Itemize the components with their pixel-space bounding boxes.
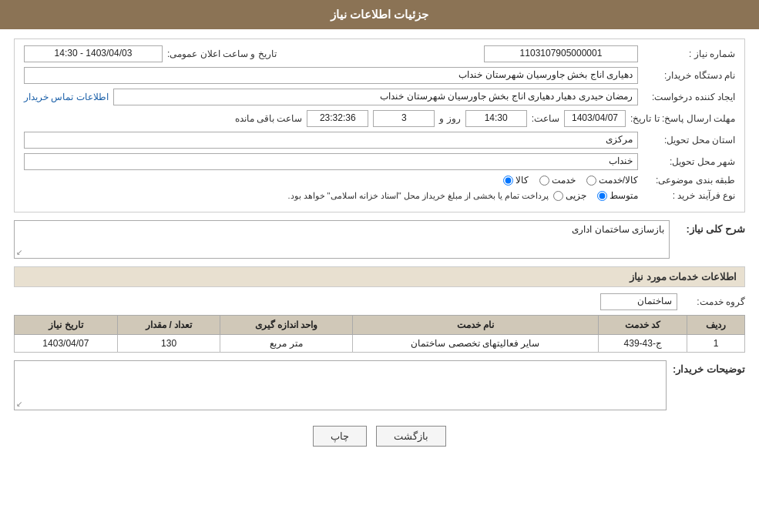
province-row: استان محل تحویل: مرکزی bbox=[24, 132, 735, 149]
category-khedmat-label: خدمت bbox=[552, 175, 576, 186]
creator-label: ایجاد کننده درخواست: bbox=[643, 92, 735, 102]
category-kala-khedmat[interactable]: کالا/خدمت bbox=[586, 175, 638, 186]
main-info-section: شماره نیاز : 1103107905000001 تاریخ و سا… bbox=[14, 38, 745, 212]
buyer-notes-resize-icon: ↙ bbox=[16, 400, 22, 408]
creator-value: رمضان حیدری دهیار دهیاری اناج بخش جاورسی… bbox=[113, 89, 638, 105]
description-label: شرح کلی نیاز: bbox=[676, 220, 745, 235]
city-label: شهر محل تحویل: bbox=[643, 156, 735, 167]
col-quantity: تعداد / مقدار bbox=[117, 316, 220, 335]
need-number-value: 1103107905000001 bbox=[484, 45, 638, 62]
description-value: بازسازی ساختمان اداری ↙ bbox=[14, 220, 670, 259]
deadline-remaining-label: ساعت باقی مانده bbox=[235, 113, 303, 124]
category-kala-label: کالا bbox=[516, 175, 529, 186]
services-table: ردیف کد خدمت نام خدمت واحد اندازه گیری ت… bbox=[14, 315, 745, 353]
services-section: اطلاعات خدمات مورد نیاز گروه خدمت: ساختم… bbox=[14, 266, 745, 353]
category-khedmat[interactable]: خدمت bbox=[539, 175, 576, 186]
buyer-notes-label: توضیحات خریدار: bbox=[673, 360, 745, 375]
cell-date: 1403/04/07 bbox=[15, 335, 118, 353]
process-jozi-radio[interactable] bbox=[553, 191, 563, 201]
process-type-options: متوسط جزیی bbox=[553, 190, 638, 201]
page-wrapper: جزئیات اطلاعات نیاز شماره نیاز : 1103107… bbox=[0, 0, 759, 532]
col-date: تاریخ نیاز bbox=[15, 316, 118, 335]
process-jozi-label: جزیی bbox=[566, 190, 586, 201]
category-label: طبقه بندی موضوعی: bbox=[643, 175, 735, 186]
col-row-num: ردیف bbox=[687, 316, 745, 335]
process-type-note: پرداخت تمام یا بخشی از مبلغ خریداز محل "… bbox=[24, 191, 549, 201]
cell-quantity: 130 bbox=[117, 335, 220, 353]
deadline-days: 3 bbox=[373, 110, 435, 127]
city-value: خنداب bbox=[24, 153, 638, 170]
deadline-date: 1403/04/07 bbox=[564, 110, 626, 127]
cell-service-code: ج-43-439 bbox=[599, 335, 687, 353]
send-deadline-label: مهلت ارسال پاسخ: تا تاریخ: bbox=[630, 113, 735, 124]
table-row: 1 ج-43-439 سایر فعالیتهای تخصصی ساختمان … bbox=[15, 335, 745, 353]
service-group-row: گروه خدمت: ساختمان bbox=[14, 293, 745, 310]
category-kala-khedmat-label: کالا/خدمت bbox=[599, 175, 638, 186]
description-section: شرح کلی نیاز: بازسازی ساختمان اداری ↙ bbox=[14, 220, 745, 259]
col-service-code: کد خدمت bbox=[599, 316, 687, 335]
category-options: کالا/خدمت خدمت کالا bbox=[503, 175, 638, 186]
category-khedmat-radio[interactable] bbox=[539, 176, 549, 186]
need-number-row: شماره نیاز : 1103107905000001 تاریخ و سا… bbox=[24, 45, 735, 62]
cell-row-num: 1 bbox=[687, 335, 745, 353]
province-value: مرکزی bbox=[24, 132, 638, 149]
buyer-station-value: دهیاری اناج بخش جاورسیان شهرستان خنداب bbox=[24, 67, 638, 84]
buttons-row: بازگشت چاپ bbox=[14, 418, 745, 454]
creator-row: ایجاد کننده درخواست: رمضان حیدری دهیار د… bbox=[24, 89, 735, 105]
page-header: جزئیات اطلاعات نیاز bbox=[0, 0, 759, 29]
category-row: طبقه بندی موضوعی: کالا/خدمت خدمت کالا bbox=[24, 175, 735, 186]
need-number-label: شماره نیاز : bbox=[643, 49, 735, 59]
deadline-time: 14:30 bbox=[465, 110, 527, 127]
category-kala-khedmat-radio[interactable] bbox=[586, 176, 596, 186]
category-kala-radio[interactable] bbox=[503, 176, 513, 186]
col-unit: واحد اندازه گیری bbox=[220, 316, 352, 335]
service-group-label: گروه خدمت: bbox=[683, 296, 745, 307]
deadline-days-label: روز و bbox=[439, 113, 460, 124]
process-type-row: نوع فرآیند خرید : متوسط جزیی پرداخت تمام… bbox=[24, 190, 735, 201]
category-kala[interactable]: کالا bbox=[503, 175, 529, 186]
resize-icon: ↙ bbox=[16, 248, 22, 256]
contact-link[interactable]: اطلاعات تماس خریدار bbox=[24, 92, 109, 102]
announcement-value: 1403/04/03 - 14:30 bbox=[24, 45, 163, 62]
cell-unit: متر مربع bbox=[220, 335, 352, 353]
header-title: جزئیات اطلاعات نیاز bbox=[331, 8, 428, 21]
cell-service-name: سایر فعالیتهای تخصصی ساختمان bbox=[352, 335, 598, 353]
content-area: شماره نیاز : 1103107905000001 تاریخ و سا… bbox=[0, 29, 759, 463]
city-row: شهر محل تحویل: خنداب bbox=[24, 153, 735, 170]
process-motavasset-label: متوسط bbox=[610, 190, 638, 201]
table-header-row: ردیف کد خدمت نام خدمت واحد اندازه گیری ت… bbox=[15, 316, 745, 335]
process-motavasset-radio[interactable] bbox=[597, 191, 607, 201]
description-wrapper: بازسازی ساختمان اداری ↙ bbox=[14, 220, 670, 259]
process-jozi[interactable]: جزیی bbox=[553, 190, 586, 201]
table-body: 1 ج-43-439 سایر فعالیتهای تخصصی ساختمان … bbox=[15, 335, 745, 353]
province-label: استان محل تحویل: bbox=[643, 135, 735, 146]
service-group-value: ساختمان bbox=[600, 293, 677, 310]
buyer-notes-box: ↙ bbox=[14, 360, 667, 410]
buyer-notes-section: توضیحات خریدار: ↙ bbox=[14, 360, 745, 410]
deadline-time-label: ساعت: bbox=[532, 113, 559, 124]
announcement-label: تاریخ و ساعت اعلان عمومی: bbox=[167, 49, 277, 59]
col-service-name: نام خدمت bbox=[352, 316, 598, 335]
process-motavasset[interactable]: متوسط bbox=[597, 190, 638, 201]
print-button[interactable]: چاپ bbox=[313, 426, 367, 447]
buyer-station-label: نام دستگاه خریدار: bbox=[643, 70, 735, 81]
services-title: اطلاعات خدمات مورد نیاز bbox=[14, 266, 745, 287]
back-button[interactable]: بازگشت bbox=[376, 426, 446, 447]
buyer-station-row: نام دستگاه خریدار: دهیاری اناج بخش جاورس… bbox=[24, 67, 735, 84]
process-type-label: نوع فرآیند خرید : bbox=[643, 190, 735, 201]
deadline-remaining: 23:32:36 bbox=[307, 110, 368, 127]
table-head: ردیف کد خدمت نام خدمت واحد اندازه گیری ت… bbox=[15, 316, 745, 335]
deadline-row: مهلت ارسال پاسخ: تا تاریخ: 1403/04/07 سا… bbox=[24, 110, 735, 127]
